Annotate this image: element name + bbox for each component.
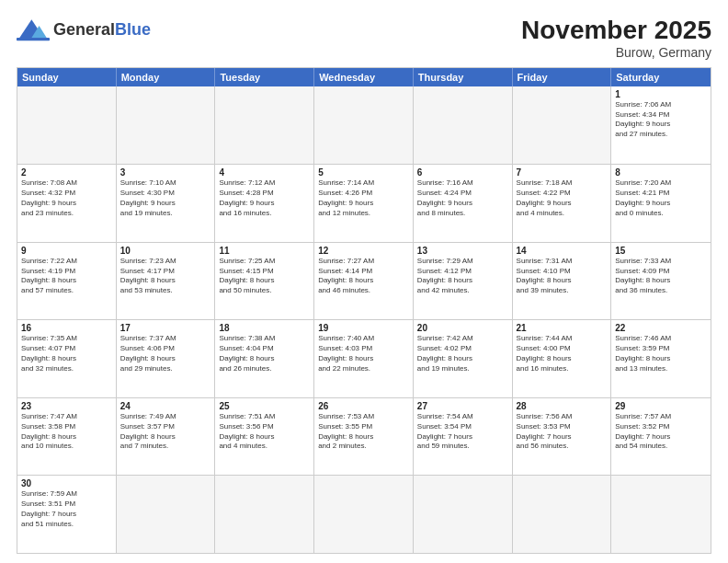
- day-cell-6: 6Sunrise: 7:16 AM Sunset: 4:24 PM Daylig…: [414, 165, 513, 242]
- day-info: Sunrise: 7:53 AM Sunset: 3:55 PM Dayligh…: [318, 412, 409, 452]
- day-info: Sunrise: 7:49 AM Sunset: 3:57 PM Dayligh…: [120, 412, 211, 452]
- day-cell-4: 4Sunrise: 7:12 AM Sunset: 4:28 PM Daylig…: [215, 165, 314, 242]
- logo-text: GeneralBlue: [53, 21, 151, 38]
- week-row-5: 23Sunrise: 7:47 AM Sunset: 3:58 PM Dayli…: [17, 397, 711, 476]
- day-info: Sunrise: 7:22 AM Sunset: 4:19 PM Dayligh…: [21, 257, 112, 296]
- day-number: 10: [120, 246, 211, 256]
- day-info: Sunrise: 7:40 AM Sunset: 4:03 PM Dayligh…: [318, 334, 409, 373]
- day-cell-27: 27Sunrise: 7:54 AM Sunset: 3:54 PM Dayli…: [414, 398, 513, 476]
- day-number: 27: [417, 401, 508, 411]
- day-info: Sunrise: 7:25 AM Sunset: 4:15 PM Dayligh…: [219, 257, 310, 296]
- day-info: Sunrise: 7:42 AM Sunset: 4:02 PM Dayligh…: [417, 334, 508, 373]
- day-cell-10: 10Sunrise: 7:23 AM Sunset: 4:17 PM Dayli…: [117, 243, 216, 320]
- day-number: 18: [219, 323, 310, 333]
- day-number: 19: [318, 323, 409, 333]
- day-cell-30: 30Sunrise: 7:59 AM Sunset: 3:51 PM Dayli…: [17, 476, 117, 553]
- week-row-1: 1Sunrise: 7:06 AM Sunset: 4:34 PM Daylig…: [17, 86, 711, 165]
- day-cell-7: 7Sunrise: 7:18 AM Sunset: 4:22 PM Daylig…: [513, 165, 612, 242]
- day-info: Sunrise: 7:54 AM Sunset: 3:54 PM Dayligh…: [417, 412, 508, 452]
- day-cell-24: 24Sunrise: 7:49 AM Sunset: 3:57 PM Dayli…: [117, 398, 216, 476]
- empty-cell: [513, 86, 612, 165]
- logo: GeneralBlue: [17, 17, 151, 42]
- month-title: November 2025: [521, 17, 711, 45]
- day-info: Sunrise: 7:35 AM Sunset: 4:07 PM Dayligh…: [21, 334, 112, 373]
- day-info: Sunrise: 7:16 AM Sunset: 4:24 PM Dayligh…: [417, 178, 508, 218]
- day-info: Sunrise: 7:10 AM Sunset: 4:30 PM Dayligh…: [120, 178, 211, 218]
- empty-cell: [513, 476, 612, 553]
- empty-cell: [215, 86, 314, 165]
- logo-icon: [17, 17, 50, 42]
- day-cell-3: 3Sunrise: 7:10 AM Sunset: 4:30 PM Daylig…: [117, 165, 216, 242]
- location: Burow, Germany: [521, 45, 711, 60]
- page: GeneralBlue November 2025 Burow, Germany…: [0, 0, 728, 563]
- weekday-header-thursday: Thursday: [414, 68, 513, 86]
- day-info: Sunrise: 7:27 AM Sunset: 4:14 PM Dayligh…: [318, 257, 409, 296]
- day-info: Sunrise: 7:29 AM Sunset: 4:12 PM Dayligh…: [417, 257, 508, 296]
- empty-cell: [314, 86, 414, 165]
- calendar: SundayMondayTuesdayWednesdayThursdayFrid…: [17, 67, 711, 554]
- day-cell-8: 8Sunrise: 7:20 AM Sunset: 4:21 PM Daylig…: [611, 165, 711, 242]
- day-cell-29: 29Sunrise: 7:57 AM Sunset: 3:52 PM Dayli…: [611, 398, 711, 476]
- day-info: Sunrise: 7:33 AM Sunset: 4:09 PM Dayligh…: [615, 257, 707, 296]
- day-number: 2: [21, 167, 112, 178]
- day-cell-11: 11Sunrise: 7:25 AM Sunset: 4:15 PM Dayli…: [215, 243, 314, 320]
- day-cell-19: 19Sunrise: 7:40 AM Sunset: 4:03 PM Dayli…: [314, 320, 414, 397]
- day-info: Sunrise: 7:06 AM Sunset: 4:34 PM Dayligh…: [615, 100, 707, 140]
- day-number: 29: [615, 401, 707, 411]
- day-info: Sunrise: 7:23 AM Sunset: 4:17 PM Dayligh…: [120, 257, 211, 296]
- weekday-header-saturday: Saturday: [611, 68, 711, 86]
- week-row-2: 2Sunrise: 7:08 AM Sunset: 4:32 PM Daylig…: [17, 164, 711, 242]
- day-info: Sunrise: 7:46 AM Sunset: 3:59 PM Dayligh…: [615, 334, 707, 373]
- day-cell-16: 16Sunrise: 7:35 AM Sunset: 4:07 PM Dayli…: [17, 320, 117, 397]
- day-cell-18: 18Sunrise: 7:38 AM Sunset: 4:04 PM Dayli…: [215, 320, 314, 397]
- day-cell-5: 5Sunrise: 7:14 AM Sunset: 4:26 PM Daylig…: [314, 165, 414, 242]
- day-number: 16: [21, 323, 112, 333]
- weekday-header-friday: Friday: [513, 68, 612, 86]
- calendar-header: SundayMondayTuesdayWednesdayThursdayFrid…: [17, 68, 711, 86]
- day-info: Sunrise: 7:37 AM Sunset: 4:06 PM Dayligh…: [120, 334, 211, 373]
- day-info: Sunrise: 7:18 AM Sunset: 4:22 PM Dayligh…: [517, 178, 608, 218]
- day-info: Sunrise: 7:08 AM Sunset: 4:32 PM Dayligh…: [21, 178, 112, 218]
- day-number: 17: [120, 323, 211, 333]
- day-info: Sunrise: 7:44 AM Sunset: 4:00 PM Dayligh…: [517, 334, 608, 373]
- day-cell-23: 23Sunrise: 7:47 AM Sunset: 3:58 PM Dayli…: [17, 398, 117, 476]
- day-info: Sunrise: 7:56 AM Sunset: 3:53 PM Dayligh…: [517, 412, 608, 452]
- day-number: 4: [219, 167, 310, 178]
- empty-cell: [117, 476, 216, 553]
- day-number: 1: [615, 89, 707, 99]
- day-cell-1: 1Sunrise: 7:06 AM Sunset: 4:34 PM Daylig…: [611, 86, 711, 165]
- day-number: 12: [318, 246, 409, 256]
- empty-cell: [117, 86, 216, 165]
- day-number: 25: [219, 401, 310, 411]
- day-cell-9: 9Sunrise: 7:22 AM Sunset: 4:19 PM Daylig…: [17, 243, 117, 320]
- day-number: 22: [615, 323, 707, 333]
- week-row-4: 16Sunrise: 7:35 AM Sunset: 4:07 PM Dayli…: [17, 319, 711, 397]
- day-info: Sunrise: 7:47 AM Sunset: 3:58 PM Dayligh…: [21, 412, 112, 452]
- day-number: 7: [517, 167, 608, 178]
- day-number: 11: [219, 246, 310, 256]
- weekday-header-tuesday: Tuesday: [215, 68, 314, 86]
- empty-cell: [17, 86, 117, 165]
- day-number: 23: [21, 401, 112, 411]
- day-number: 26: [318, 401, 409, 411]
- day-number: 5: [318, 167, 409, 178]
- day-cell-15: 15Sunrise: 7:33 AM Sunset: 4:09 PM Dayli…: [611, 243, 711, 320]
- empty-cell: [611, 476, 711, 553]
- day-cell-26: 26Sunrise: 7:53 AM Sunset: 3:55 PM Dayli…: [314, 398, 414, 476]
- day-info: Sunrise: 7:20 AM Sunset: 4:21 PM Dayligh…: [615, 178, 707, 218]
- day-cell-25: 25Sunrise: 7:51 AM Sunset: 3:56 PM Dayli…: [215, 398, 314, 476]
- empty-cell: [414, 86, 513, 165]
- logo-blue: Blue: [115, 20, 151, 39]
- day-number: 28: [517, 401, 608, 411]
- empty-cell: [414, 476, 513, 553]
- weekday-header-wednesday: Wednesday: [314, 68, 414, 86]
- day-number: 24: [120, 401, 211, 411]
- week-row-3: 9Sunrise: 7:22 AM Sunset: 4:19 PM Daylig…: [17, 242, 711, 320]
- day-cell-12: 12Sunrise: 7:27 AM Sunset: 4:14 PM Dayli…: [314, 243, 414, 320]
- empty-cell: [314, 476, 414, 553]
- day-number: 21: [517, 323, 608, 333]
- logo-general: General: [53, 20, 115, 39]
- svg-rect-2: [17, 38, 50, 40]
- day-info: Sunrise: 7:12 AM Sunset: 4:28 PM Dayligh…: [219, 178, 310, 218]
- title-block: November 2025 Burow, Germany: [521, 17, 711, 60]
